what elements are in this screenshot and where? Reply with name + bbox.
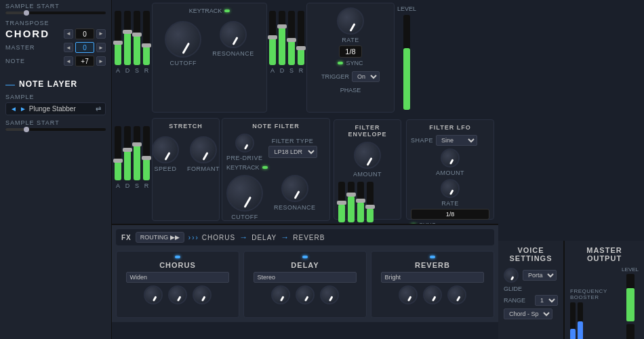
reverb-knobs (399, 285, 466, 304)
filter-type-select[interactable]: LP18 LDR HP BP (268, 146, 317, 158)
chord-speed-row: Chord - Speed Note - Speed (504, 308, 558, 319)
chorus-led[interactable] (175, 256, 180, 258)
adsr-middle: A D S R (269, 3, 304, 113)
resonance-bottom-knob[interactable] (281, 175, 308, 202)
adsr-mid-r-slider[interactable] (298, 11, 304, 65)
sample-start-bottom-slider[interactable] (5, 128, 106, 131)
delay-knob-1[interactable] (271, 285, 290, 304)
reverb-knob-3[interactable] (447, 285, 466, 304)
resonance-knob[interactable] (220, 21, 247, 48)
filter-bottom-knobs: CUTOFF RESONANCE (226, 175, 325, 220)
adsr-lb-r-slider[interactable] (143, 126, 150, 180)
adsr-a-slider[interactable] (115, 11, 121, 65)
shape-select[interactable]: Sine Square Triangle (436, 135, 477, 146)
filter-env-amount-knob[interactable] (354, 142, 381, 169)
cutoff-knob[interactable] (165, 21, 201, 58)
lfo-rate-knob-container: RATE (337, 7, 364, 43)
delay-title: DELAY (291, 261, 319, 269)
fenv-s-slider[interactable] (357, 182, 364, 222)
sample-start-top-slider[interactable] (5, 12, 106, 14)
left-panel: SAMPLE START TRANSPOSE CHORD ◄ 0 ► MASTE… (0, 0, 112, 339)
filter-lfo-rate-value[interactable]: 1/8 (411, 209, 489, 220)
reverb-preset-select[interactable]: Bright Dark Hall (381, 272, 483, 283)
transpose-label: TRANSPOSE (5, 20, 106, 26)
range-select[interactable]: 1 2 4 (535, 295, 558, 306)
delay-knob-2[interactable] (296, 285, 315, 304)
cutoff-bottom-knob[interactable] (226, 175, 263, 212)
routing-arrows: › › › (188, 234, 198, 241)
chord-value[interactable]: 0 (75, 28, 94, 39)
filter-lfo-rate-knob[interactable] (441, 179, 460, 198)
resonance-knob-container: RESONANCE (212, 21, 254, 66)
master-up-btn[interactable]: ► (96, 43, 106, 52)
reverb-knob-1[interactable] (399, 285, 418, 304)
stretch-formant-knob[interactable] (190, 136, 217, 163)
adsr-lb-a-slider[interactable] (115, 126, 121, 180)
sync-led[interactable] (338, 62, 343, 64)
delay-knobs (271, 285, 339, 304)
lfo-rate-knob[interactable] (337, 7, 364, 35)
chorus-knob-3[interactable] (193, 285, 212, 304)
adsr-lb-s-slider[interactable] (134, 126, 140, 180)
trigger-row: TRIGGER On Off (321, 71, 380, 82)
sample-prev-btn[interactable]: ◄ (10, 105, 17, 113)
fenv-r-slider[interactable] (367, 182, 374, 222)
delay-preset-select[interactable]: Stereo Mono Ping-Pong (254, 272, 356, 283)
fx-arrow-2: → (281, 233, 289, 242)
fenv-d-slider[interactable] (348, 182, 355, 222)
adsr-mid-d-slider[interactable] (279, 11, 285, 65)
master-value[interactable]: 0 (75, 42, 94, 53)
pre-drive-knob[interactable] (235, 134, 254, 153)
chord-down-btn[interactable]: ◄ (64, 29, 73, 39)
adsr-mid-a-label: A (269, 67, 276, 74)
delay-knob-3[interactable] (320, 285, 339, 304)
adsr-mid-d-label: D (279, 67, 285, 74)
stretch-speed-label: SPEED (154, 165, 176, 172)
lfo-rate-value[interactable]: 1/8 (339, 45, 361, 58)
sample-next-btn[interactable]: ► (20, 105, 26, 113)
routing-btn[interactable]: ROUTING ▶▶ (136, 232, 184, 243)
master-output: MASTER OUTPUT FREQUENCY BOOSTER (564, 241, 644, 339)
fx-bottom: FX ROUTING ▶▶ › › › CHORUS → DELAY → REV… (112, 224, 498, 322)
keytrack-bottom-led[interactable] (262, 166, 268, 169)
master-output-title: MASTER OUTPUT (570, 246, 639, 262)
adsr-r-slider[interactable] (143, 11, 150, 65)
fx-routing-bar: FX ROUTING ▶▶ › › › CHORUS → DELAY → REV… (116, 229, 494, 245)
freq-slider-1[interactable] (570, 302, 576, 339)
cutoff-knob-container: CUTOFF (165, 21, 201, 66)
chord-speed-select[interactable]: Chord - Speed Note - Speed (504, 308, 552, 319)
filter-lfo-amount-knob[interactable] (441, 148, 460, 167)
adsr-s-slider[interactable] (134, 11, 140, 65)
reverb-led[interactable] (430, 256, 435, 258)
porta-select[interactable]: Porta Glide (523, 270, 557, 281)
note-down-btn[interactable]: ◄ (64, 56, 73, 66)
filter-lfo-module: FILTER LFO SHAPE Sine Square Triangle AM… (406, 119, 494, 220)
trigger-select[interactable]: On Off (352, 71, 380, 82)
master-down-btn[interactable]: ◄ (64, 43, 73, 52)
adsr-d-slider[interactable] (124, 11, 131, 65)
sync-row: SYNC (338, 60, 363, 66)
note-value[interactable]: +7 (75, 56, 94, 66)
level-meter-l[interactable] (626, 274, 635, 321)
chorus-knob-1[interactable] (144, 285, 163, 304)
chord-up-btn[interactable]: ► (96, 29, 106, 39)
phase-label-top: PHASE (340, 87, 361, 94)
delay-led[interactable] (302, 256, 308, 258)
adsr-mid-s-slider[interactable] (288, 11, 295, 65)
level-meter-r[interactable] (626, 324, 635, 339)
filter-lfo-rate-label: RATE (441, 200, 458, 207)
keytrack-top-led[interactable] (224, 9, 230, 12)
chorus-preset-select[interactable]: Widen Classic Flanger (126, 272, 228, 283)
note-up-btn[interactable]: ► (96, 56, 106, 66)
shuffle-btn[interactable]: ⇄ (96, 105, 101, 113)
glide-knob[interactable] (504, 268, 519, 283)
adsr-lb-d-slider[interactable] (124, 126, 131, 180)
stretch-speed-knob[interactable] (152, 136, 179, 163)
cutoff-bottom-label: CUTOFF (231, 214, 258, 220)
fenv-a-slider[interactable] (338, 182, 345, 222)
chorus-knob-2[interactable] (168, 285, 187, 304)
reverb-knob-2[interactable] (423, 285, 442, 304)
freq-slider-2[interactable] (578, 302, 583, 339)
adsr-mid-a-slider[interactable] (269, 11, 276, 65)
level-track[interactable] (403, 15, 410, 110)
